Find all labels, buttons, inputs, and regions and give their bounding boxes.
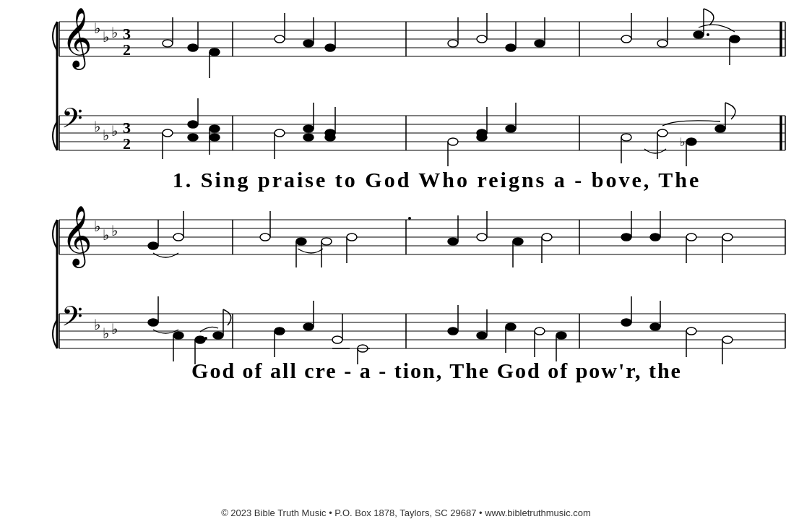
svg-point-128 bbox=[621, 233, 631, 241]
svg-text:♭: ♭ bbox=[111, 223, 118, 239]
lyrics-text-1: 1. Sing praise to God Who reigns a - bov… bbox=[173, 168, 701, 192]
svg-text:𝄞: 𝄞 bbox=[61, 206, 92, 268]
svg-text:♭: ♭ bbox=[111, 123, 118, 139]
svg-point-179 bbox=[621, 319, 631, 326]
svg-point-74 bbox=[303, 134, 314, 141]
svg-text:♭: ♭ bbox=[94, 119, 100, 134]
svg-point-17 bbox=[188, 44, 198, 51]
svg-point-64 bbox=[210, 125, 220, 132]
svg-point-183 bbox=[686, 327, 696, 335]
svg-text:♭: ♭ bbox=[111, 25, 118, 40]
svg-point-108 bbox=[148, 242, 158, 249]
svg-point-42 bbox=[730, 35, 740, 43]
svg-point-19 bbox=[210, 48, 220, 56]
svg-point-25 bbox=[325, 44, 335, 51]
svg-point-169 bbox=[448, 327, 458, 335]
svg-point-120 bbox=[448, 238, 458, 245]
lyrics-line-2: God of all cre - a - tion, The God of po… bbox=[130, 353, 682, 389]
bass-clef-1: 𝄢 bbox=[61, 103, 83, 140]
svg-point-112 bbox=[260, 233, 270, 241]
svg-point-152 bbox=[173, 332, 183, 339]
svg-text:♭: ♭ bbox=[94, 20, 100, 36]
lyrics-text-2: God of all cre - a - tion, The God of po… bbox=[191, 359, 682, 382]
svg-point-157 bbox=[213, 332, 223, 339]
svg-point-173 bbox=[506, 323, 516, 330]
svg-point-75 bbox=[325, 134, 335, 141]
svg-point-110 bbox=[173, 233, 183, 241]
treble-clef-1: 𝄞 bbox=[61, 8, 92, 70]
svg-point-33 bbox=[535, 40, 545, 47]
svg-point-134 bbox=[722, 233, 733, 241]
svg-text:2: 2 bbox=[123, 40, 131, 59]
svg-point-107 bbox=[408, 217, 411, 220]
svg-point-82 bbox=[477, 134, 487, 141]
svg-point-29 bbox=[477, 35, 487, 43]
svg-text:♭: ♭ bbox=[94, 317, 100, 333]
svg-point-68 bbox=[275, 129, 285, 137]
treble-staff-bottom: 𝄞 ♭ ♭ ♭ bbox=[59, 206, 785, 268]
svg-point-132 bbox=[686, 233, 696, 241]
svg-point-66 bbox=[188, 134, 198, 141]
svg-point-177 bbox=[556, 332, 566, 339]
svg-point-27 bbox=[448, 40, 458, 47]
svg-point-83 bbox=[621, 134, 631, 141]
svg-point-181 bbox=[650, 323, 660, 330]
svg-text:♭: ♭ bbox=[103, 127, 109, 143]
note bbox=[163, 40, 173, 47]
svg-point-130 bbox=[650, 233, 660, 241]
staff-system-2: 𝄞 ♭ ♭ ♭ bbox=[18, 198, 794, 364]
svg-point-163 bbox=[332, 336, 342, 343]
svg-point-90 bbox=[715, 125, 725, 132]
footer-text: © 2023 Bible Truth Music • P.O. Box 1878… bbox=[221, 507, 591, 518]
svg-point-114 bbox=[296, 238, 306, 245]
svg-point-76 bbox=[448, 138, 458, 145]
svg-point-31 bbox=[506, 44, 516, 51]
music-system-1: 𝄞 ♭ ♭ ♭ 3 2 bbox=[0, 0, 812, 169]
svg-point-159 bbox=[275, 327, 285, 335]
svg-text:♭: ♭ bbox=[103, 29, 109, 45]
svg-point-35 bbox=[621, 35, 631, 43]
music-system-2: 𝄞 ♭ ♭ ♭ bbox=[0, 198, 812, 367]
footer: © 2023 Bible Truth Music • P.O. Box 1878… bbox=[0, 507, 812, 518]
svg-point-37 bbox=[657, 40, 668, 47]
page-container: 𝄞 ♭ ♭ ♭ 3 2 bbox=[0, 0, 812, 527]
svg-point-185 bbox=[722, 336, 733, 343]
svg-point-85 bbox=[657, 129, 668, 137]
svg-point-150 bbox=[148, 319, 158, 326]
svg-point-80 bbox=[506, 125, 516, 132]
svg-text:𝄢: 𝄢 bbox=[61, 301, 83, 338]
svg-point-156 bbox=[204, 337, 207, 340]
staff-system-1: 𝄞 ♭ ♭ ♭ 3 2 bbox=[18, 0, 794, 166]
svg-point-161 bbox=[303, 323, 314, 330]
svg-text:♭: ♭ bbox=[680, 136, 686, 148]
svg-point-23 bbox=[303, 40, 314, 47]
svg-point-118 bbox=[347, 233, 357, 241]
svg-point-67 bbox=[210, 134, 220, 141]
svg-point-122 bbox=[477, 233, 487, 241]
svg-point-171 bbox=[477, 332, 487, 339]
treble-staff-top: 𝄞 ♭ ♭ ♭ 3 2 bbox=[59, 8, 785, 78]
svg-text:2: 2 bbox=[123, 134, 131, 153]
svg-text:♭: ♭ bbox=[111, 321, 118, 337]
bass-staff-top: 𝄢 ♭ ♭ ♭ 3 2 bbox=[59, 98, 785, 166]
svg-point-175 bbox=[535, 327, 545, 335]
lyrics-line-1: 1. Sing praise to God Who reigns a - bov… bbox=[111, 162, 701, 198]
svg-point-41 bbox=[707, 33, 709, 36]
svg-point-60 bbox=[163, 129, 173, 137]
svg-text:♭: ♭ bbox=[103, 227, 109, 243]
svg-point-39 bbox=[694, 31, 704, 38]
svg-point-126 bbox=[542, 233, 552, 241]
svg-point-21 bbox=[275, 35, 285, 43]
svg-text:♭: ♭ bbox=[94, 218, 100, 234]
svg-point-116 bbox=[321, 238, 332, 245]
svg-point-70 bbox=[303, 125, 314, 132]
svg-point-88 bbox=[686, 138, 696, 145]
svg-point-62 bbox=[188, 121, 198, 128]
svg-text:♭: ♭ bbox=[103, 325, 109, 341]
svg-point-124 bbox=[513, 238, 523, 245]
svg-point-154 bbox=[195, 336, 205, 343]
